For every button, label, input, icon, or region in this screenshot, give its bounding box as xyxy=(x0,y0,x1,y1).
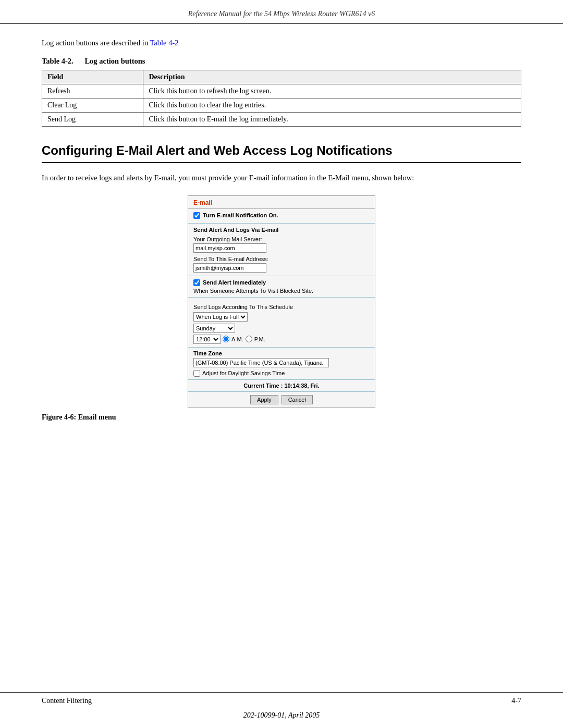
send-alert-section: Send Alert And Logs Via E-mail Your Outg… xyxy=(188,224,375,276)
send-immediately-section: Send Alert Immediately When Someone Atte… xyxy=(188,276,375,298)
apply-button[interactable]: Apply xyxy=(250,395,278,404)
desc-refresh: Click this button to refresh the log scr… xyxy=(143,84,521,98)
send-alert-checkbox[interactable] xyxy=(193,279,200,286)
section-heading: Configuring E-Mail Alert and Web Access … xyxy=(42,143,521,163)
table-number: Table 4-2. xyxy=(42,57,74,65)
mail-server-input[interactable] xyxy=(193,243,266,253)
send-section-label: Send Alert And Logs Via E-mail xyxy=(193,227,370,233)
daylight-row: Adjust for Daylight Savings Time xyxy=(193,370,370,377)
table-description: Log action buttons xyxy=(84,57,145,65)
page-footer: Content Filtering 4-7 xyxy=(0,692,563,709)
desc-clear-log: Click this button to clear the log entri… xyxy=(143,98,521,113)
pm-radio[interactable] xyxy=(246,336,252,342)
intro-text-before-link: Log action buttons are described in xyxy=(42,39,150,47)
send-alert-label: Send Alert Immediately xyxy=(203,279,266,286)
am-radio[interactable] xyxy=(223,336,229,342)
email-address-input[interactable] xyxy=(193,263,266,273)
page-header: Reference Manual for the 54 Mbps Wireles… xyxy=(0,0,563,24)
desc-send-log: Click this button to E-mail the log imme… xyxy=(143,113,521,127)
table-col-description: Description xyxy=(143,70,521,84)
table-col-field: Field xyxy=(42,70,143,84)
time-row: 12:00 A.M. P.M. xyxy=(193,335,370,344)
notification-checkbox[interactable] xyxy=(193,212,200,219)
send-alert-checkbox-row: Send Alert Immediately xyxy=(193,279,370,286)
log-action-table: Field Description Refresh Click this but… xyxy=(42,70,521,127)
figure-caption: Figure 4-6: Email menu xyxy=(42,413,521,422)
field-refresh: Refresh xyxy=(42,84,143,98)
pm-label: P.M. xyxy=(254,336,265,342)
schedule-label: Send Logs According To This Schedule xyxy=(193,304,370,310)
cancel-button[interactable]: Cancel xyxy=(282,395,313,404)
main-content: Log action buttons are described in Tabl… xyxy=(0,24,563,692)
email-menu-ui: E-mail Turn E-mail Notification On. Send… xyxy=(188,195,375,408)
daylight-label: Adjust for Daylight Savings Time xyxy=(202,370,285,376)
table-link[interactable]: Table 4-2 xyxy=(150,39,179,47)
notification-checkbox-row: Turn E-mail Notification On. xyxy=(193,212,370,219)
field-send-log: Send Log xyxy=(42,113,143,127)
schedule-section: Send Logs According To This Schedule Whe… xyxy=(188,298,375,348)
timezone-label: Time Zone xyxy=(193,350,370,356)
am-label: A.M. xyxy=(231,336,243,342)
intro-paragraph: Log action buttons are described in Tabl… xyxy=(42,39,521,47)
table-row: Refresh Click this button to refresh the… xyxy=(42,84,521,98)
blocked-site-text: When Someone Attempts To Visit Blocked S… xyxy=(193,288,370,294)
header-title: Reference Manual for the 54 Mbps Wireles… xyxy=(188,10,375,18)
email-menu-title: E-mail xyxy=(193,199,212,206)
time-select[interactable]: 12:00 xyxy=(193,335,221,344)
day-row: Sunday Monday Tuesday Wednesday Thursday… xyxy=(193,324,370,333)
table-row: Clear Log Click this button to clear the… xyxy=(42,98,521,113)
current-time-text: Current Time : 10:14:38, Fri. xyxy=(243,382,319,389)
footer-right: 4-7 xyxy=(511,697,521,705)
body-paragraph: In order to receive logs and alerts by E… xyxy=(42,172,521,184)
notification-label: Turn E-mail Notification On. xyxy=(203,212,278,218)
mail-server-label: Your Outgoing Mail Server: xyxy=(193,236,370,242)
field-clear-log: Clear Log xyxy=(42,98,143,113)
email-address-label: Send To This E-mail Address: xyxy=(193,256,370,262)
table-title-row: Table 4-2. Log action buttons xyxy=(42,57,521,66)
day-select[interactable]: Sunday Monday Tuesday Wednesday Thursday… xyxy=(193,324,235,333)
footer-bottom-text: 202-10099-01, April 2005 xyxy=(243,711,320,719)
footer-bottom: 202-10099-01, April 2005 xyxy=(0,709,563,728)
schedule-select[interactable]: When Log is Full Daily Weekly xyxy=(193,312,248,322)
current-time-section: Current Time : 10:14:38, Fri. xyxy=(188,380,375,392)
notification-section: Turn E-mail Notification On. xyxy=(188,209,375,224)
timezone-input[interactable] xyxy=(193,358,329,367)
buttons-section: Apply Cancel xyxy=(188,392,375,408)
schedule-row: When Log is Full Daily Weekly xyxy=(193,312,370,322)
footer-left: Content Filtering xyxy=(42,697,92,705)
table-row: Send Log Click this button to E-mail the… xyxy=(42,113,521,127)
email-menu-header: E-mail xyxy=(188,196,375,209)
page-wrapper: Reference Manual for the 54 Mbps Wireles… xyxy=(0,0,563,728)
daylight-checkbox[interactable] xyxy=(193,370,200,377)
timezone-section: Time Zone Adjust for Daylight Savings Ti… xyxy=(188,348,375,380)
